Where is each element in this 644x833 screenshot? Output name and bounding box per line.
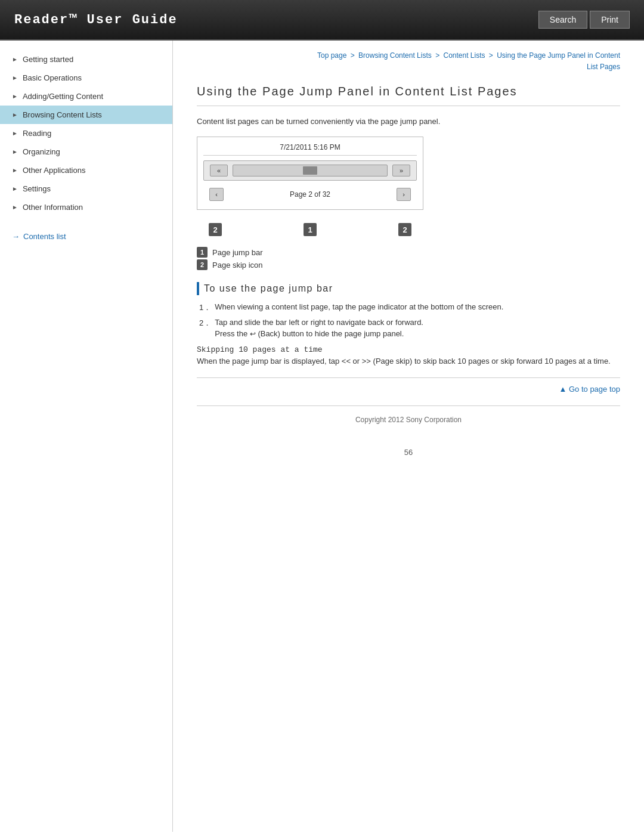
sidebar-item-other-information[interactable]: ► Other Information xyxy=(0,198,172,216)
sidebar: ► Getting started ► Basic Operations ► A… xyxy=(0,41,173,832)
step-1: 1． When viewing a content list page, tap… xyxy=(197,302,620,313)
page-jump-bar[interactable] xyxy=(233,165,388,176)
step-1-text: When viewing a content list page, tap th… xyxy=(215,302,620,313)
step-2-text: Tap and slide the bar left or right to n… xyxy=(215,318,620,338)
sidebar-item-settings[interactable]: ► Settings xyxy=(0,179,172,198)
sidebar-item-label: Getting started xyxy=(23,55,73,64)
page-title: Using the Page Jump Panel in Content Lis… xyxy=(197,85,620,106)
breadcrumb-browsing[interactable]: Browsing Content Lists xyxy=(358,51,432,60)
chevron-right-icon: ► xyxy=(12,56,18,63)
chevron-right-icon: ► xyxy=(12,130,18,137)
skip-heading: Skipping 10 pages at a time xyxy=(197,345,620,354)
breadcrumb-content-lists[interactable]: Content Lists xyxy=(443,51,485,60)
chevron-right-icon: ► xyxy=(12,148,18,155)
breadcrumb-sep: > xyxy=(351,51,357,60)
chevron-right-icon: ► xyxy=(12,167,18,174)
contents-list-link[interactable]: → Contents list xyxy=(0,226,172,247)
legend-num-1: 1 xyxy=(197,247,208,258)
breadcrumb-top[interactable]: Top page xyxy=(317,51,346,60)
header-buttons: Search Print xyxy=(538,11,630,29)
main-content: Top page > Browsing Content Lists > Cont… xyxy=(173,41,644,832)
step-2-num: 2． xyxy=(199,318,211,338)
sidebar-item-label: Settings xyxy=(23,184,51,193)
legend-num-2: 2 xyxy=(197,259,208,270)
legend-item-2: 2 Page skip icon xyxy=(197,259,620,270)
section-divider xyxy=(197,377,620,378)
device-prev-btn[interactable]: ‹ xyxy=(209,188,224,201)
device-top-controls: « » xyxy=(203,160,417,181)
breadcrumb-current[interactable]: Using the Page Jump Panel in ContentList… xyxy=(497,51,620,71)
step-2: 2． Tap and slide the bar left or right t… xyxy=(197,318,620,338)
sidebar-item-browsing-content[interactable]: ► Browsing Content Lists xyxy=(0,106,172,124)
print-button[interactable]: Print xyxy=(590,11,630,29)
copyright-text: Copyright 2012 Sony Corporation xyxy=(355,416,462,424)
app-title: Reader™ User Guide xyxy=(14,13,178,27)
chevron-right-icon: ► xyxy=(12,93,18,100)
section-bar-icon xyxy=(197,282,199,295)
legend-item-1: 1 Page jump bar xyxy=(197,247,620,258)
breadcrumb: Top page > Browsing Content Lists > Cont… xyxy=(197,50,620,73)
sidebar-item-label: Basic Operations xyxy=(23,73,82,82)
go-to-top-link[interactable]: ▲ Go to page top xyxy=(559,385,621,394)
section-heading: To use the page jump bar xyxy=(197,282,620,295)
breadcrumb-sep2: > xyxy=(435,51,441,60)
go-to-top: ▲ Go to page top xyxy=(197,384,620,394)
breadcrumb-sep3: > xyxy=(489,51,495,60)
intro-text: Content list pages can be turned conveni… xyxy=(197,117,620,126)
arrow-right-icon: → xyxy=(12,232,20,241)
skip-text: When the page jump bar is displayed, tap… xyxy=(197,357,620,366)
sidebar-item-reading[interactable]: ► Reading xyxy=(0,124,172,143)
device-page-info: Page 2 of 32 xyxy=(290,190,330,199)
device-back-btn[interactable]: « xyxy=(210,165,228,176)
sidebar-item-label: Adding/Getting Content xyxy=(23,92,103,101)
device-next-btn[interactable]: › xyxy=(397,188,411,201)
badge-2-right: 2 xyxy=(398,223,411,236)
device-illustration: 7/21/2011 5:16 PM « » ‹ Page 2 of 32 › xyxy=(197,137,423,210)
sidebar-item-adding-content[interactable]: ► Adding/Getting Content xyxy=(0,87,172,106)
contents-link-label: Contents list xyxy=(23,232,66,241)
legend-label-2: Page skip icon xyxy=(212,261,263,270)
sidebar-item-label: Browsing Content Lists xyxy=(23,110,102,119)
back-icon: ↩ xyxy=(250,330,256,338)
sidebar-item-organizing[interactable]: ► Organizing xyxy=(0,143,172,161)
device-time: 7/21/2011 5:16 PM xyxy=(203,143,417,156)
search-button[interactable]: Search xyxy=(538,11,587,29)
chevron-right-icon: ► xyxy=(12,185,18,192)
legend: 1 Page jump bar 2 Page skip icon xyxy=(197,247,620,270)
header: Reader™ User Guide Search Print xyxy=(0,0,644,41)
sidebar-item-other-applications[interactable]: ► Other Applications xyxy=(0,161,172,179)
bar-indicator xyxy=(303,166,317,175)
sidebar-item-label: Organizing xyxy=(23,147,60,156)
sidebar-item-label: Other Information xyxy=(23,203,83,212)
section-heading-text: To use the page jump bar xyxy=(204,283,333,294)
badge-2-left: 2 xyxy=(209,223,222,236)
sidebar-item-getting-started[interactable]: ► Getting started xyxy=(0,50,172,69)
chevron-right-icon: ► xyxy=(12,204,18,210)
badge-1-center: 1 xyxy=(304,223,317,236)
device-bottom-controls: ‹ Page 2 of 32 › xyxy=(203,185,417,203)
step-1-num: 1． xyxy=(199,302,211,313)
page-number: 56 xyxy=(197,448,620,457)
sidebar-item-label: Reading xyxy=(23,129,51,138)
chevron-right-icon: ► xyxy=(12,112,18,118)
chevron-right-icon: ► xyxy=(12,75,18,81)
sidebar-item-label: Other Applications xyxy=(23,166,86,175)
steps-list: 1． When viewing a content list page, tap… xyxy=(197,302,620,338)
legend-label-1: Page jump bar xyxy=(212,248,263,257)
sidebar-item-basic-operations[interactable]: ► Basic Operations xyxy=(0,69,172,87)
number-labels-row: 2 1 2 xyxy=(197,219,423,240)
device-forward-btn[interactable]: » xyxy=(392,165,410,176)
footer: Copyright 2012 Sony Corporation xyxy=(197,405,620,442)
layout: ► Getting started ► Basic Operations ► A… xyxy=(0,41,644,832)
step-2-sub: Press the ↩ (Back) button to hide the pa… xyxy=(215,329,620,338)
